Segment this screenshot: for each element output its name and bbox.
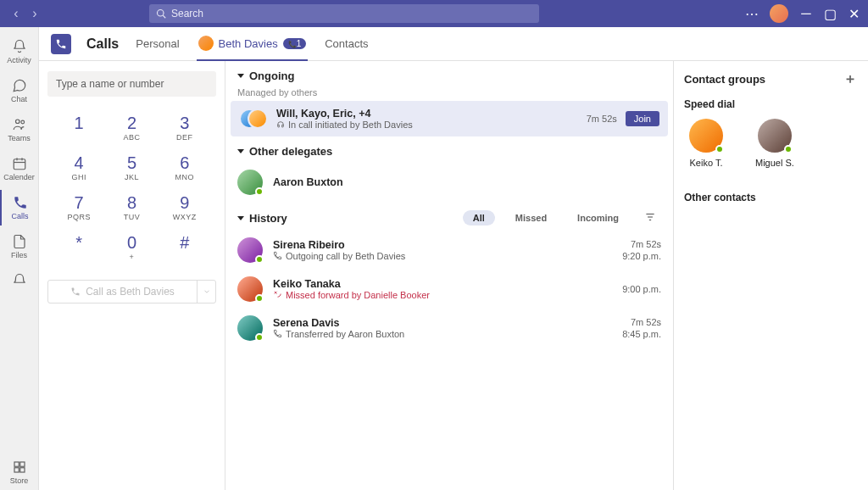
chevron-down-icon bbox=[203, 287, 211, 296]
history-row[interactable]: Sirena Ribeiro Outgoing call by Beth Dav… bbox=[225, 231, 673, 270]
rail-files[interactable]: Files bbox=[0, 229, 38, 264]
chip-missed[interactable]: Missed bbox=[505, 210, 557, 226]
user-avatar[interactable] bbox=[770, 4, 788, 23]
missed-icon bbox=[273, 290, 282, 301]
history-meta: 7m 52s 8:45 p.m. bbox=[622, 317, 661, 339]
rail-store[interactable]: Store bbox=[0, 454, 38, 490]
rail-teams[interactable]: Teams bbox=[0, 112, 38, 148]
teams-icon bbox=[12, 117, 27, 132]
outgoing-icon bbox=[273, 251, 282, 262]
delegate-name: Aaron Buxton bbox=[273, 176, 661, 188]
delegate-row[interactable]: Aaron Buxton bbox=[225, 163, 673, 202]
dialkey-9[interactable]: 9WXYZ bbox=[159, 193, 211, 221]
dial-input[interactable]: Type a name or number bbox=[47, 71, 216, 97]
presence-available-icon bbox=[255, 333, 264, 342]
call-as-label: Call as Beth Davies bbox=[86, 286, 175, 298]
more-icon[interactable]: ⋯ bbox=[746, 8, 758, 19]
tab-delegate[interactable]: Beth Davies 📞1 bbox=[197, 27, 309, 61]
presence-available-icon bbox=[255, 294, 264, 303]
title-bar: ‹ › Search ⋯ ─ ▢ ✕ bbox=[0, 0, 868, 27]
caret-down-icon bbox=[237, 149, 244, 153]
chat-icon bbox=[12, 78, 27, 93]
dialkey-*[interactable]: * bbox=[53, 233, 105, 261]
dialkey-8[interactable]: 8TUV bbox=[105, 193, 158, 221]
store-icon bbox=[12, 459, 27, 475]
search-placeholder: Search bbox=[171, 8, 203, 19]
ongoing-call-row[interactable]: Will, Kayo, Eric, +4 In call initiated b… bbox=[231, 101, 668, 136]
maximize-button[interactable]: ▢ bbox=[824, 8, 836, 19]
svg-rect-8 bbox=[14, 462, 19, 466]
ongoing-header[interactable]: Ongoing bbox=[225, 61, 673, 87]
speed-dial-title: Speed dial bbox=[684, 98, 858, 110]
dialkey-3[interactable]: 3DEF bbox=[159, 114, 211, 142]
search-input[interactable]: Search bbox=[149, 4, 539, 23]
window-controls: ⋯ ─ ▢ ✕ bbox=[746, 4, 860, 23]
presence-available-icon bbox=[784, 145, 793, 153]
tab-contacts[interactable]: Contacts bbox=[323, 29, 370, 58]
dialkey-2[interactable]: 2ABC bbox=[105, 114, 158, 142]
avatar bbox=[237, 315, 263, 341]
speed-dial-contact[interactable]: Keiko T. bbox=[689, 119, 723, 168]
dialkey-7[interactable]: 7PQRS bbox=[53, 193, 105, 221]
history-meta: 9:00 p.m. bbox=[622, 284, 661, 294]
dialkey-6[interactable]: 6MNO bbox=[159, 153, 211, 181]
caret-down-icon bbox=[237, 74, 244, 78]
search-icon bbox=[156, 8, 166, 19]
avatar bbox=[689, 119, 723, 153]
headset-icon bbox=[276, 120, 285, 129]
history-row[interactable]: Serena Davis Transferred by Aaron Buxton… bbox=[225, 309, 673, 348]
rail-activity[interactable]: Activity bbox=[0, 34, 38, 70]
dialkey-#[interactable]: # bbox=[159, 233, 211, 261]
presence-available-icon bbox=[255, 255, 264, 264]
add-contact-group-button[interactable]: ＋ bbox=[843, 71, 858, 86]
svg-rect-10 bbox=[14, 468, 19, 472]
other-contacts-title: Other contacts bbox=[684, 192, 858, 203]
svg-rect-9 bbox=[19, 462, 24, 466]
history-detail: Outgoing call by Beth Davies bbox=[273, 251, 612, 262]
rail-more[interactable] bbox=[0, 268, 38, 295]
ongoing-duration: 7m 52s bbox=[587, 114, 617, 124]
filter-icon[interactable] bbox=[639, 211, 661, 226]
chip-incoming[interactable]: Incoming bbox=[567, 210, 629, 226]
close-button[interactable]: ✕ bbox=[848, 8, 860, 19]
rail-calls[interactable]: Calls bbox=[0, 190, 38, 226]
dialkey-1[interactable]: 1 bbox=[53, 114, 105, 142]
svg-rect-4 bbox=[14, 159, 25, 170]
tab-delegate-label: Beth Davies bbox=[219, 37, 278, 50]
ongoing-sub: In call initiated by Beth Davies bbox=[288, 120, 413, 130]
dialkey-0[interactable]: 0+ bbox=[105, 233, 158, 261]
history-header[interactable]: History All Missed Incoming bbox=[225, 202, 673, 231]
caret-down-icon bbox=[237, 216, 244, 220]
avatar bbox=[758, 119, 792, 153]
dial-placeholder: Type a name or number bbox=[56, 78, 164, 90]
ongoing-title: Will, Kayo, Eric, +4 bbox=[276, 108, 413, 120]
call-as-button[interactable]: Call as Beth Davies bbox=[47, 280, 216, 303]
call-as-dropdown[interactable] bbox=[197, 281, 215, 303]
forward-button[interactable]: › bbox=[27, 6, 42, 21]
tab-delegate-badge: 📞1 bbox=[283, 38, 307, 49]
dialer-panel: Type a name or number 12ABC3DEF4GHI5JKL6… bbox=[39, 61, 225, 490]
svg-point-0 bbox=[158, 10, 164, 17]
history-name: Sirena Ribeiro bbox=[273, 239, 612, 251]
phone-icon bbox=[70, 287, 81, 297]
other-delegates-header[interactable]: Other delegates bbox=[225, 136, 673, 163]
app-rail: Activity Chat Teams Calender Calls Files bbox=[0, 27, 39, 490]
join-button[interactable]: Join bbox=[626, 111, 659, 126]
back-button[interactable]: ‹ bbox=[8, 6, 24, 21]
history-name: Serena Davis bbox=[273, 317, 612, 329]
delegate-avatar-icon bbox=[198, 36, 214, 51]
rail-chat[interactable]: Chat bbox=[0, 73, 38, 109]
rail-calendar[interactable]: Calender bbox=[0, 151, 38, 187]
dialkey-4[interactable]: 4GHI bbox=[53, 153, 105, 181]
chip-all[interactable]: All bbox=[463, 210, 495, 226]
svg-point-3 bbox=[20, 120, 24, 124]
transfer-icon bbox=[273, 329, 282, 340]
minimize-button[interactable]: ─ bbox=[800, 8, 812, 19]
dialkey-5[interactable]: 5JKL bbox=[105, 153, 158, 181]
history-row[interactable]: Keiko Tanaka Missed forward by Danielle … bbox=[225, 270, 673, 309]
phone-icon bbox=[13, 195, 28, 210]
page-title: Calls bbox=[86, 36, 119, 52]
speed-dial-contact[interactable]: Miguel S. bbox=[755, 119, 794, 168]
tab-personal[interactable]: Personal bbox=[134, 29, 181, 58]
contact-name: Miguel S. bbox=[755, 158, 794, 168]
